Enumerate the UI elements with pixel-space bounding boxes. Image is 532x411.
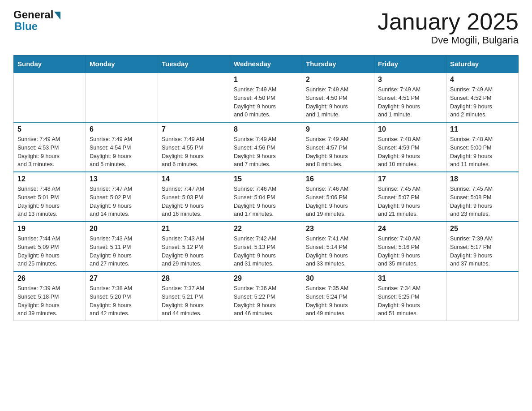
calendar-cell: 26Sunrise: 7:39 AM Sunset: 5:18 PM Dayli… (14, 271, 86, 321)
main-title: January 2025 (378, 9, 519, 34)
calendar-cell: 23Sunrise: 7:41 AM Sunset: 5:14 PM Dayli… (302, 222, 374, 271)
day-number: 22 (234, 225, 298, 233)
title-block: January 2025 Dve Mogili, Bulgaria (378, 9, 519, 46)
day-number: 15 (234, 175, 298, 183)
calendar-cell (86, 73, 158, 122)
calendar-cell (158, 73, 230, 122)
calendar-week-row: 12Sunrise: 7:48 AM Sunset: 5:01 PM Dayli… (14, 172, 519, 222)
calendar-header-row: SundayMondayTuesdayWednesdayThursdayFrid… (14, 56, 519, 73)
day-number: 21 (162, 225, 226, 233)
day-number: 6 (90, 125, 154, 133)
day-number: 17 (378, 175, 442, 183)
day-number: 31 (378, 274, 442, 283)
day-info: Sunrise: 7:36 AM Sunset: 5:22 PM Dayligh… (234, 284, 298, 318)
calendar-cell: 5Sunrise: 7:49 AM Sunset: 4:53 PM Daylig… (14, 122, 86, 172)
calendar-cell (14, 73, 86, 122)
day-info: Sunrise: 7:47 AM Sunset: 5:03 PM Dayligh… (162, 185, 226, 218)
day-info: Sunrise: 7:44 AM Sunset: 5:09 PM Dayligh… (17, 235, 82, 268)
calendar-week-row: 1Sunrise: 7:49 AM Sunset: 4:50 PM Daylig… (14, 73, 519, 122)
calendar-cell: 12Sunrise: 7:48 AM Sunset: 5:01 PM Dayli… (14, 172, 86, 222)
day-info: Sunrise: 7:48 AM Sunset: 5:00 PM Dayligh… (450, 135, 515, 169)
day-number: 26 (17, 274, 82, 283)
calendar-cell: 25Sunrise: 7:39 AM Sunset: 5:17 PM Dayli… (446, 222, 519, 271)
day-info: Sunrise: 7:49 AM Sunset: 4:50 PM Dayligh… (306, 86, 370, 119)
calendar-cell: 30Sunrise: 7:35 AM Sunset: 5:24 PM Dayli… (302, 271, 374, 321)
calendar-cell: 22Sunrise: 7:42 AM Sunset: 5:13 PM Dayli… (230, 222, 302, 271)
day-info: Sunrise: 7:49 AM Sunset: 4:50 PM Dayligh… (234, 86, 298, 119)
day-info: Sunrise: 7:40 AM Sunset: 5:16 PM Dayligh… (378, 235, 442, 268)
day-info: Sunrise: 7:46 AM Sunset: 5:04 PM Dayligh… (234, 185, 298, 218)
day-number: 14 (162, 175, 226, 183)
calendar-cell: 28Sunrise: 7:37 AM Sunset: 5:21 PM Dayli… (158, 271, 230, 321)
day-number: 20 (90, 225, 154, 233)
calendar-cell: 14Sunrise: 7:47 AM Sunset: 5:03 PM Dayli… (158, 172, 230, 222)
day-number: 1 (234, 76, 298, 84)
day-number: 12 (17, 175, 82, 183)
day-number: 16 (306, 175, 370, 183)
calendar-header-friday: Friday (374, 56, 446, 73)
calendar-cell: 31Sunrise: 7:34 AM Sunset: 5:25 PM Dayli… (374, 271, 446, 321)
calendar-week-row: 5Sunrise: 7:49 AM Sunset: 4:53 PM Daylig… (14, 122, 519, 172)
subtitle: Dve Mogili, Bulgaria (378, 34, 519, 46)
calendar-cell: 17Sunrise: 7:45 AM Sunset: 5:07 PM Dayli… (374, 172, 446, 222)
day-info: Sunrise: 7:49 AM Sunset: 4:51 PM Dayligh… (378, 86, 442, 119)
calendar-header-thursday: Thursday (302, 56, 374, 73)
calendar-cell (446, 271, 519, 321)
calendar-cell: 6Sunrise: 7:49 AM Sunset: 4:54 PM Daylig… (86, 122, 158, 172)
day-number: 5 (17, 125, 82, 133)
day-number: 25 (450, 225, 515, 233)
day-info: Sunrise: 7:49 AM Sunset: 4:53 PM Dayligh… (17, 135, 82, 169)
day-info: Sunrise: 7:48 AM Sunset: 4:59 PM Dayligh… (378, 135, 442, 169)
day-info: Sunrise: 7:49 AM Sunset: 4:55 PM Dayligh… (162, 135, 226, 169)
day-number: 9 (306, 125, 370, 133)
calendar-cell: 13Sunrise: 7:47 AM Sunset: 5:02 PM Dayli… (86, 172, 158, 222)
calendar-cell: 19Sunrise: 7:44 AM Sunset: 5:09 PM Dayli… (14, 222, 86, 271)
day-info: Sunrise: 7:34 AM Sunset: 5:25 PM Dayligh… (378, 284, 442, 318)
calendar-week-row: 19Sunrise: 7:44 AM Sunset: 5:09 PM Dayli… (14, 222, 519, 271)
day-number: 18 (450, 175, 515, 183)
day-info: Sunrise: 7:47 AM Sunset: 5:02 PM Dayligh… (90, 185, 154, 218)
logo-general-text: General (13, 9, 53, 21)
day-number: 24 (378, 225, 442, 233)
day-number: 4 (450, 76, 515, 84)
calendar-cell: 9Sunrise: 7:49 AM Sunset: 4:57 PM Daylig… (302, 122, 374, 172)
day-info: Sunrise: 7:46 AM Sunset: 5:06 PM Dayligh… (306, 185, 370, 218)
day-info: Sunrise: 7:38 AM Sunset: 5:20 PM Dayligh… (90, 284, 154, 318)
day-number: 8 (234, 125, 298, 133)
day-info: Sunrise: 7:37 AM Sunset: 5:21 PM Dayligh… (162, 284, 226, 318)
calendar-cell: 4Sunrise: 7:49 AM Sunset: 4:52 PM Daylig… (446, 73, 519, 122)
day-number: 13 (90, 175, 154, 183)
calendar-header-tuesday: Tuesday (158, 56, 230, 73)
calendar-cell: 21Sunrise: 7:43 AM Sunset: 5:12 PM Dayli… (158, 222, 230, 271)
day-info: Sunrise: 7:48 AM Sunset: 5:01 PM Dayligh… (17, 185, 82, 218)
page-header: General Blue January 2025 Dve Mogili, Bu… (13, 9, 519, 46)
day-number: 7 (162, 125, 226, 133)
day-info: Sunrise: 7:49 AM Sunset: 4:52 PM Dayligh… (450, 86, 515, 119)
day-number: 10 (378, 125, 442, 133)
calendar-header-saturday: Saturday (446, 56, 519, 73)
calendar-cell: 16Sunrise: 7:46 AM Sunset: 5:06 PM Dayli… (302, 172, 374, 222)
day-number: 23 (306, 225, 370, 233)
day-info: Sunrise: 7:43 AM Sunset: 5:11 PM Dayligh… (90, 235, 154, 268)
calendar-week-row: 26Sunrise: 7:39 AM Sunset: 5:18 PM Dayli… (14, 271, 519, 321)
calendar-cell: 24Sunrise: 7:40 AM Sunset: 5:16 PM Dayli… (374, 222, 446, 271)
calendar-cell: 20Sunrise: 7:43 AM Sunset: 5:11 PM Dayli… (86, 222, 158, 271)
calendar-cell: 7Sunrise: 7:49 AM Sunset: 4:55 PM Daylig… (158, 122, 230, 172)
day-number: 29 (234, 274, 298, 283)
day-info: Sunrise: 7:49 AM Sunset: 4:57 PM Dayligh… (306, 135, 370, 169)
day-number: 19 (17, 225, 82, 233)
day-number: 3 (378, 76, 442, 84)
logo-arrow-icon (54, 12, 60, 20)
day-number: 2 (306, 76, 370, 84)
day-info: Sunrise: 7:49 AM Sunset: 4:54 PM Dayligh… (90, 135, 154, 169)
day-info: Sunrise: 7:45 AM Sunset: 5:08 PM Dayligh… (450, 185, 515, 218)
calendar-cell: 29Sunrise: 7:36 AM Sunset: 5:22 PM Dayli… (230, 271, 302, 321)
day-info: Sunrise: 7:42 AM Sunset: 5:13 PM Dayligh… (234, 235, 298, 268)
calendar-cell: 15Sunrise: 7:46 AM Sunset: 5:04 PM Dayli… (230, 172, 302, 222)
logo: General Blue (13, 9, 60, 33)
calendar-cell: 1Sunrise: 7:49 AM Sunset: 4:50 PM Daylig… (230, 73, 302, 122)
day-number: 11 (450, 125, 515, 133)
calendar-header-wednesday: Wednesday (230, 56, 302, 73)
calendar-cell: 2Sunrise: 7:49 AM Sunset: 4:50 PM Daylig… (302, 73, 374, 122)
calendar-cell: 3Sunrise: 7:49 AM Sunset: 4:51 PM Daylig… (374, 73, 446, 122)
